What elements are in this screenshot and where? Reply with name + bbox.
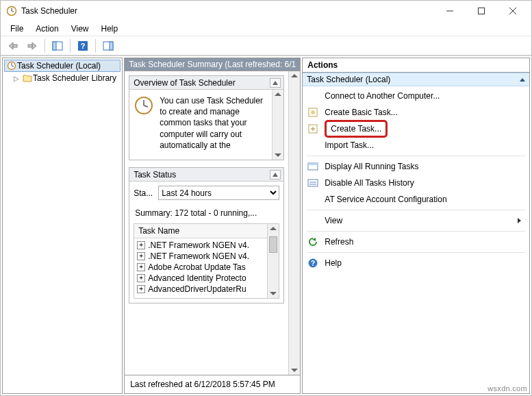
menu-action[interactable]: Action: [30, 23, 64, 35]
create-basic-icon: [307, 106, 319, 119]
forward-button[interactable]: [24, 38, 40, 53]
task-status-summary: Summary: 172 total - 0 running,...: [129, 204, 283, 223]
action-label: Create Task...: [325, 120, 388, 138]
separator: [307, 210, 525, 210]
actions-subtitle[interactable]: Task Scheduler (Local): [303, 73, 529, 86]
actions-pane: Actions Task Scheduler (Local) Connect t…: [302, 58, 530, 394]
minimize-button[interactable]: [434, 1, 466, 21]
toolbar-separator: [95, 39, 96, 53]
task-item[interactable]: +AdvancedDriverUpdaterRu: [136, 284, 277, 295]
action-display-all-running-tasks[interactable]: Display All Running Tasks: [305, 158, 527, 175]
chevron-right-icon: [518, 218, 521, 223]
scrollbar[interactable]: [267, 224, 279, 298]
titlebar: Task Scheduler: [1, 1, 531, 21]
menu-view[interactable]: View: [66, 23, 94, 35]
action-create-task[interactable]: Create Task...: [305, 121, 527, 137]
blank-icon: [307, 90, 319, 102]
last-refreshed: Last refreshed at 6/12/2018 5:57:45 PM: [124, 375, 301, 394]
expand-icon[interactable]: +: [137, 263, 145, 271]
tree-root-label: Task Scheduler (Local): [17, 61, 101, 71]
expand-icon[interactable]: ▷: [14, 75, 22, 82]
blank-icon: [307, 139, 319, 151]
action-label: Refresh: [325, 236, 353, 248]
collapse-icon[interactable]: [270, 170, 281, 180]
details-pane: Task Scheduler Summary (Last refreshed: …: [124, 58, 301, 394]
svg-marker-24: [273, 173, 278, 177]
main: Task Scheduler (Local) ▷ Task Scheduler …: [1, 55, 531, 395]
refresh-icon: [307, 236, 319, 248]
expand-icon[interactable]: +: [137, 241, 145, 249]
svg-point-26: [311, 110, 315, 114]
show-hide-tree-button[interactable]: [49, 38, 66, 53]
running-icon: [307, 160, 319, 173]
details-header-text: Task Scheduler Summary (Last refreshed: …: [129, 60, 296, 69]
window-title: Task Scheduler: [21, 6, 434, 16]
task-list-header[interactable]: Task Name: [134, 224, 279, 238]
tree-root[interactable]: Task Scheduler (Local): [4, 60, 121, 72]
action-label: AT Service Account Configuration: [325, 193, 446, 206]
tree-library[interactable]: ▷ Task Scheduler Library: [4, 72, 121, 84]
task-item[interactable]: +.NET Framework NGEN v4.: [136, 251, 277, 262]
action-connect-to-another-computer[interactable]: Connect to Another Computer...: [305, 88, 527, 104]
blank-icon: [307, 214, 319, 227]
svg-marker-20: [273, 81, 278, 85]
console-tree: Task Scheduler (Local) ▷ Task Scheduler …: [2, 58, 123, 394]
action-disable-all-tasks-history[interactable]: Disable All Tasks History: [305, 175, 527, 191]
svg-rect-10: [28, 45, 32, 47]
tree-library-label: Task Scheduler Library: [33, 73, 116, 83]
maximize-button[interactable]: [466, 1, 497, 21]
menu-help[interactable]: Help: [96, 23, 124, 35]
action-label: Import Task...: [325, 139, 374, 151]
action-view[interactable]: View: [305, 212, 527, 229]
folder-icon: [22, 74, 33, 82]
help-button[interactable]: ?: [75, 38, 91, 53]
help-icon: ?: [307, 257, 319, 269]
action-create-basic-task[interactable]: Create Basic Task...: [305, 104, 527, 121]
svg-rect-12: [53, 42, 56, 50]
svg-rect-4: [479, 8, 485, 14]
task-item-label: .NET Framework NGEN v4.: [148, 240, 249, 250]
menu-file[interactable]: File: [5, 23, 29, 35]
expand-icon[interactable]: +: [137, 274, 145, 282]
history-icon: [307, 177, 319, 189]
overview-title: Overview of Task Scheduler: [134, 78, 236, 88]
show-hide-action-pane-button[interactable]: [100, 38, 116, 53]
clock-icon: [6, 5, 17, 16]
svg-marker-7: [9, 42, 13, 49]
actions-title: Actions: [303, 58, 529, 73]
collapse-icon[interactable]: [270, 78, 281, 88]
task-item[interactable]: +Advanced Identity Protecto: [136, 273, 277, 284]
scrollbar[interactable]: [288, 71, 300, 375]
task-status-title: Task Status: [134, 170, 176, 180]
svg-text:?: ?: [311, 260, 315, 267]
task-status-range-dropdown[interactable]: Last 24 hours: [158, 186, 279, 200]
action-at-service-account-configuration[interactable]: AT Service Account Configuration: [305, 191, 527, 208]
action-import-task[interactable]: Import Task...: [305, 137, 527, 153]
separator: [307, 156, 525, 156]
svg-rect-16: [110, 42, 113, 50]
watermark: wsxdn.com: [487, 384, 527, 393]
window-controls: [434, 1, 529, 21]
expand-icon[interactable]: +: [137, 285, 145, 293]
expand-icon[interactable]: +: [137, 252, 145, 260]
separator: [307, 252, 525, 253]
action-label: Connect to Another Computer...: [325, 90, 440, 102]
back-button[interactable]: [5, 38, 21, 53]
action-label: View: [325, 214, 342, 227]
task-status-label: Sta...: [134, 188, 153, 198]
blank-icon: [307, 193, 319, 206]
actions-subtitle-label: Task Scheduler (Local): [307, 75, 390, 84]
task-item[interactable]: +Adobe Acrobat Update Tas: [136, 262, 277, 273]
overview-panel: Overview of Task Scheduler You can use T…: [129, 75, 284, 160]
action-label: Help: [325, 257, 342, 269]
svg-rect-30: [308, 180, 318, 186]
action-help[interactable]: ?Help: [305, 255, 527, 271]
task-item[interactable]: +.NET Framework NGEN v4.: [136, 240, 277, 251]
scrollbar[interactable]: [272, 90, 283, 160]
close-button[interactable]: [497, 1, 529, 21]
task-status-panel: Task Status Sta... Last 24 hours Summary…: [129, 167, 284, 304]
action-label: Disable All Tasks History: [325, 177, 414, 189]
action-refresh[interactable]: Refresh: [305, 234, 527, 250]
task-item-label: AdvancedDriverUpdaterRu: [148, 284, 246, 294]
create-task-icon: [307, 123, 319, 135]
